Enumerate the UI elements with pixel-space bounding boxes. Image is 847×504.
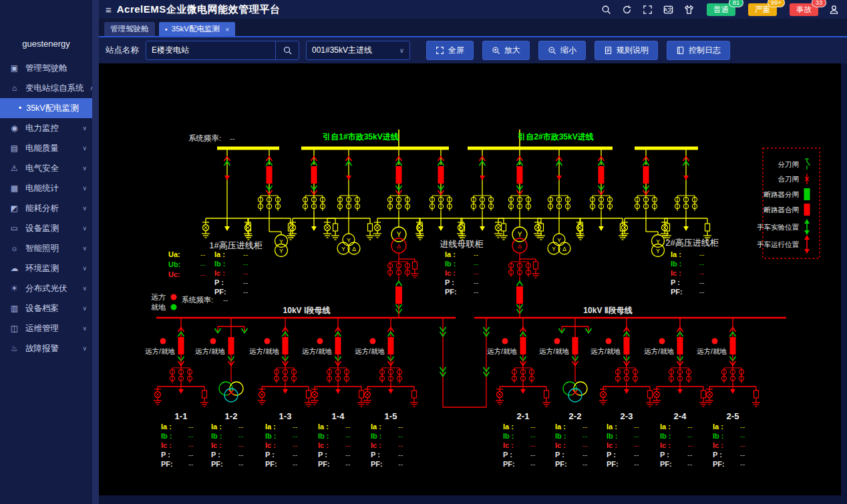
- svg-text:--: --: [582, 423, 588, 431]
- station-name-input[interactable]: [146, 41, 275, 59]
- alarm-badge-2[interactable]: 严重99+: [748, 3, 777, 16]
- svg-text:Ib :: Ib :: [265, 432, 277, 440]
- feeder-2-2[interactable]: 远方/就地2-2Ia :--Ib :--Ic :--P :--PF:--: [539, 318, 591, 468]
- line-select[interactable]: 001#35kV主进线 ∨: [306, 41, 410, 60]
- power-monitor-icon: ◉: [9, 123, 19, 133]
- svg-text:Ib :: Ib :: [607, 432, 618, 440]
- toolbar-button-缩小[interactable]: 缩小: [538, 41, 586, 60]
- svg-text:Δ: Δ: [352, 246, 356, 252]
- sidebar-item-电力监控[interactable]: ◉电力监控∨: [0, 118, 92, 138]
- sidebar-subitem-35kV配电监测[interactable]: •35kV配电监测: [0, 98, 92, 118]
- svg-text:P :: P :: [211, 451, 220, 459]
- statistics-icon: ▦: [9, 184, 19, 193]
- ops-icon: ◫: [9, 324, 19, 333]
- svg-text:分刀闸: 分刀闸: [778, 160, 800, 168]
- sidebar-item-设备档案[interactable]: ▥设备档案∨: [0, 298, 92, 318]
- svg-text:2-1: 2-1: [517, 411, 530, 421]
- sidebar-item-变电站综自系统[interactable]: ⌂变电站综自系统∧: [0, 78, 92, 98]
- top-feeder-x752[interactable]: [576, 149, 627, 240]
- translate-icon[interactable]: A文: [663, 4, 673, 15]
- svg-text:--: --: [200, 270, 206, 278]
- line-select-value: 001#35kV主进线: [312, 45, 372, 56]
- toolbar-button-放大[interactable]: 放大: [482, 41, 530, 60]
- sidebar-item-电气安全[interactable]: ⚠电气安全∨: [0, 158, 92, 178]
- feeder-2-4[interactable]: 远方/就地2-4Ia :--Ib :--Ic :--P :--PF:--: [644, 318, 707, 468]
- svg-text:P :: P :: [555, 451, 564, 459]
- zoom-out-icon: [548, 46, 556, 55]
- sidebar-item-label: 电能质量: [25, 143, 59, 154]
- top-feeder-x630[interactable]: [494, 149, 545, 240]
- toolbar-button-全屏[interactable]: 全屏: [426, 41, 474, 60]
- sidebar-item-运维管理[interactable]: ◫运维管理∨: [0, 318, 92, 338]
- archive-icon: ▥: [9, 304, 19, 313]
- alarm-badge-3[interactable]: 事故33: [790, 3, 818, 16]
- svg-text:PF:: PF:: [671, 288, 683, 296]
- svg-text:Y: Y: [557, 237, 561, 244]
- sidebar-item-环境监测[interactable]: ☁环境监测∨: [0, 258, 92, 278]
- tab-35kV配电监测[interactable]: ●35kV配电监测×: [159, 22, 236, 36]
- fullscreen-icon[interactable]: [642, 4, 653, 15]
- svg-text:--: --: [230, 134, 235, 142]
- menu-toggle-icon[interactable]: ≡: [106, 4, 112, 15]
- svg-text:Δ: Δ: [518, 243, 522, 250]
- top-feeder-x374[interactable]: YYΔ: [323, 149, 374, 254]
- user-icon[interactable]: [828, 4, 839, 15]
- sidebar-item-电能质量[interactable]: ▤电能质量∨: [0, 138, 92, 158]
- toolbar-button-规则说明[interactable]: 规则说明: [595, 41, 658, 60]
- feeder-1-2[interactable]: 远方/就地1-2Ia :--Ib :--Ic :--P :--PF:--: [195, 318, 247, 468]
- sidebar-item-故障报警[interactable]: ♨故障报警∨: [0, 338, 92, 358]
- feeder-2-1[interactable]: 远方/就地2-1Ia :--Ib :--Ic :--P :--PF:--: [487, 318, 550, 468]
- sidebar-item-智能照明[interactable]: ☼智能照明∨: [0, 238, 92, 258]
- svg-text:Ia :: Ia :: [371, 423, 381, 431]
- svg-text:--: --: [530, 451, 536, 459]
- feeder-1-4[interactable]: 远方/就地1-4Ia :--Ib :--Ic :--P :--PF:--: [302, 318, 365, 468]
- sidebar-item-能耗分析[interactable]: ◩能耗分析∨: [0, 198, 92, 218]
- chevron-down-icon: ∨: [82, 265, 87, 272]
- bus-tie-link[interactable]: [440, 318, 490, 407]
- svg-text:Y: Y: [397, 231, 401, 238]
- svg-text:远方/就地: 远方/就地: [539, 347, 569, 355]
- main-transformer-x449[interactable]: YΔ: [387, 227, 419, 318]
- svg-text:--: --: [293, 423, 298, 431]
- sidebar-item-设备监测[interactable]: ▭设备监测∨: [0, 218, 92, 238]
- top-feeder-x689[interactable]: YYΔ: [534, 149, 584, 254]
- sidebar-item-管理驾驶舱[interactable]: ▣管理驾驶舱: [0, 58, 92, 78]
- feeder-2-3[interactable]: 远方/就地2-3Ia :--Ib :--Ic :--P :--PF:--: [590, 318, 654, 468]
- feeder-1-3[interactable]: 远方/就地1-3Ia :--Ib :--Ic :--P :--PF:--: [249, 318, 313, 468]
- sidebar-item-电能统计[interactable]: ▦电能统计∨: [0, 178, 92, 198]
- svg-text:--: --: [200, 260, 206, 268]
- top-feeder-x322[interactable]: [289, 149, 339, 240]
- username: guestenergy: [0, 39, 92, 49]
- alarm-badge-label: 普通: [713, 5, 729, 13]
- tab-close-icon[interactable]: ×: [225, 25, 229, 33]
- svg-text:--: --: [293, 451, 298, 459]
- fullscreen-icon: [436, 46, 444, 55]
- svg-text:远方/就地: 远方/就地: [195, 347, 225, 355]
- alarm-badge-1[interactable]: 普通81: [707, 3, 735, 16]
- bullet-icon: •: [19, 103, 21, 113]
- tab-管理驾驶舱[interactable]: 管理驾驶舱: [104, 22, 155, 36]
- top-feeder-x879[interactable]: [661, 149, 711, 240]
- top-feeder-x819[interactable]: YY: [621, 149, 671, 257]
- theme-icon[interactable]: [683, 4, 694, 15]
- user-icon: [829, 5, 839, 15]
- svg-text:远方/就地: 远方/就地: [302, 347, 332, 355]
- toolbar-button-控制日志[interactable]: 控制日志: [667, 41, 730, 60]
- doc-icon: [604, 46, 613, 55]
- feeder-1-5[interactable]: 远方/就地1-5Ia :--Ib :--Ic :--P :--PF:--: [355, 318, 418, 468]
- sidebar-item-分布式光伏[interactable]: ☀分布式光伏∨: [0, 278, 92, 298]
- svg-text:P :: P :: [318, 451, 327, 459]
- refresh-icon[interactable]: [621, 4, 632, 15]
- feeder-1-1[interactable]: 远方/就地1-1Ia :--Ib :--Ic :--P :--PF:--: [145, 318, 208, 468]
- sidebar-item-label: 环境监测: [25, 263, 59, 274]
- search-icon[interactable]: [601, 4, 611, 15]
- svg-text:Ib :: Ib :: [318, 432, 329, 440]
- svg-text:远方/就地: 远方/就地: [697, 347, 727, 355]
- main-transformer-x630[interactable]: YΔ: [508, 227, 540, 318]
- station-search-button[interactable]: [275, 41, 299, 59]
- feeder-2-5[interactable]: 远方/就地2-5Ia :--Ib :--Ic :--P :--PF:--: [697, 318, 760, 468]
- svg-text:Ib :: Ib :: [671, 260, 682, 268]
- svg-text:Ic :: Ic :: [371, 441, 381, 449]
- alarm-count: 99+: [768, 0, 785, 7]
- svg-text:--: --: [188, 460, 194, 468]
